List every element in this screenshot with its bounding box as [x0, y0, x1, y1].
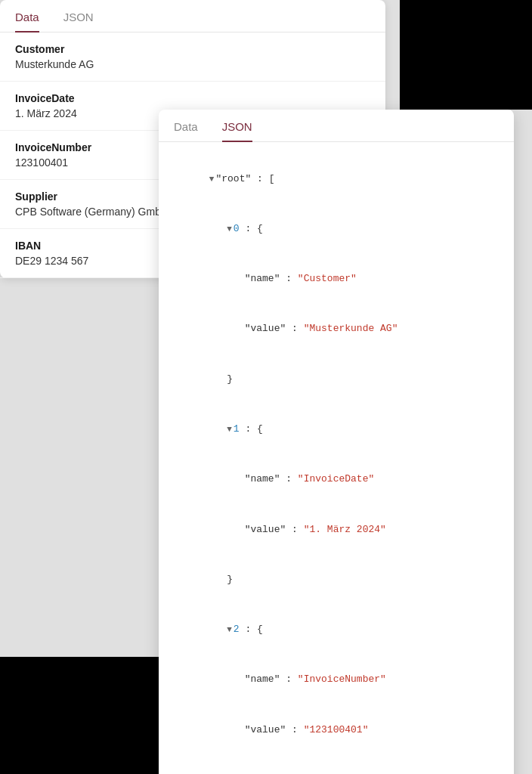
json-tab-data[interactable]: Data — [174, 110, 198, 142]
bg-tab-bar: Data JSON — [0, 0, 385, 33]
item1-arrow: ▼ — [227, 425, 232, 434]
json-item-0-name: "name" : "Customer" — [174, 254, 499, 304]
json-tab-json[interactable]: JSON — [222, 110, 252, 142]
json-item-1-header: ▼1 : { — [174, 404, 499, 454]
json-item-1-name: "name" : "InvoiceDate" — [174, 454, 499, 504]
json-item-0-header: ▼0 : { — [174, 204, 499, 254]
field-customer-value: Musterkunde AG — [15, 58, 370, 70]
bg-tab-json[interactable]: JSON — [63, 0, 94, 33]
json-content-area: ▼"root" : [ ▼0 : { "name" : "Customer" "… — [159, 142, 514, 775]
chrome-box-bottom-left — [0, 657, 162, 774]
json-item-2-header: ▼2 : { — [174, 605, 499, 655]
json-item-1-value: "value" : "1. März 2024" — [174, 504, 499, 554]
field-customer: Customer Musterkunde AG — [0, 33, 385, 82]
json-item-0-close: } — [174, 354, 499, 404]
item0-arrow: ▼ — [227, 224, 232, 234]
json-item-2-close: } — [174, 755, 499, 774]
json-item-2-name: "name" : "InvoiceNumber" — [174, 655, 499, 704]
bg-tab-data[interactable]: Data — [15, 0, 39, 33]
json-panel: Data JSON ▼"root" : [ ▼0 : { "name" : "C… — [159, 110, 514, 774]
json-item-2-value: "value" : "123100401" — [174, 705, 499, 755]
root-arrow: ▼ — [209, 175, 215, 184]
field-customer-label: Customer — [15, 43, 370, 55]
json-root-line: ▼"root" : [ — [174, 154, 499, 204]
item2-arrow: ▼ — [227, 625, 232, 634]
chrome-box-top-right — [400, 0, 532, 110]
json-tab-bar: Data JSON — [159, 110, 514, 142]
json-item-0-value: "value" : "Musterkunde AG" — [174, 304, 499, 354]
field-invoice-date-label: InvoiceDate — [15, 92, 370, 104]
json-item-1-close: } — [174, 555, 499, 605]
